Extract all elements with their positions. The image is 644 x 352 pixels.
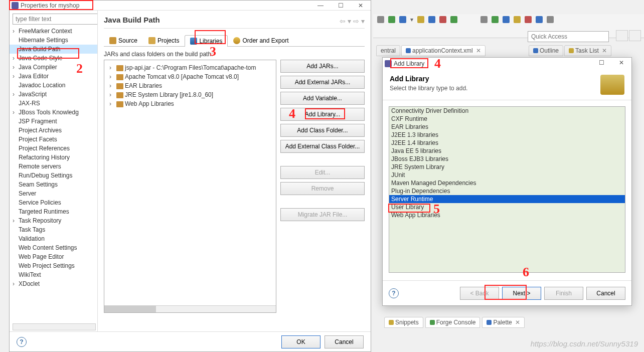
maximize-button[interactable]: ☐ (331, 1, 351, 11)
category-item[interactable]: Service Policies (10, 198, 97, 207)
library-type-item[interactable]: JUnit (389, 171, 625, 179)
wizard-subtitle: Select the library type to add. (390, 85, 467, 92)
library-type-item[interactable]: JBoss EJB3 Libraries (389, 155, 625, 163)
jar-list[interactable]: jsp-api.jar - C:\Program Files\Tomcat\ap… (104, 60, 276, 313)
category-item[interactable]: Refactoring History (10, 153, 97, 162)
jar-entry[interactable]: EAR Libraries (107, 81, 273, 90)
category-item[interactable]: Web Content Settings (10, 243, 97, 252)
edit-button[interactable]: Edit... (280, 166, 365, 179)
category-item[interactable]: Hibernate Settings (10, 36, 97, 45)
back-button[interactable]: < Back (460, 287, 499, 300)
view-outline[interactable]: Outline (529, 45, 563, 56)
filter-input[interactable] (13, 14, 98, 25)
category-item[interactable]: Remote servers (10, 162, 97, 171)
category-item[interactable]: Task Tags (10, 225, 97, 234)
tab-libraries[interactable]: Libraries (185, 35, 228, 47)
horizontal-scrollbar[interactable] (104, 305, 276, 312)
category-item[interactable]: Javadoc Location (10, 81, 97, 90)
add-library-button[interactable]: Add Library... (280, 108, 365, 121)
minimize-button[interactable]: — (310, 1, 331, 11)
category-item[interactable]: Java Compiler (10, 63, 97, 72)
tab-source[interactable]: Source (104, 35, 143, 46)
tab-snippets[interactable]: Snippets (384, 317, 423, 328)
library-type-list[interactable]: Connectivity Driver DefinitionCXF Runtim… (389, 106, 625, 273)
library-type-item[interactable]: Web App Libraries (389, 211, 625, 219)
library-type-item[interactable]: Java EE 5 libraries (389, 147, 625, 155)
finish-button[interactable]: Finish (544, 287, 583, 300)
dialog-titlebar[interactable]: Add Library ☐ ✕ (383, 58, 631, 70)
next-button[interactable]: Next > (502, 287, 541, 300)
help-button[interactable]: ? (389, 288, 399, 298)
migrate-jar-button[interactable]: Migrate JAR File... (280, 208, 365, 221)
library-type-item[interactable]: J2EE 1.4 libraries (389, 139, 625, 147)
category-item[interactable]: Java Editor (10, 72, 97, 81)
library-type-item[interactable]: CXF Runtime (389, 115, 625, 123)
category-item[interactable]: Seam Settings (10, 180, 97, 189)
add-external-class-folder-button[interactable]: Add External Class Folder... (280, 140, 365, 153)
category-item[interactable]: Targeted Runtimes (10, 207, 97, 216)
category-item[interactable]: Task Repository (10, 216, 97, 225)
category-item[interactable]: Project Facets (10, 135, 97, 144)
close-icon[interactable]: ✕ (476, 47, 481, 54)
quick-access-input[interactable] (528, 31, 609, 42)
category-item[interactable]: Project References (10, 144, 97, 153)
tab-projects[interactable]: Projects (143, 35, 185, 46)
library-type-item[interactable]: Plug-in Dependencies (389, 187, 625, 195)
maximize-button[interactable]: ☐ (591, 58, 611, 68)
category-item[interactable]: JBoss Tools Knowledg (10, 108, 97, 117)
add-jars-button[interactable]: Add JARs... (280, 60, 365, 73)
jar-entry[interactable]: Web App Libraries (107, 99, 273, 108)
dialog-titlebar[interactable]: Properties for myshop — ☐ ✕ (10, 1, 371, 11)
jar-icon (116, 83, 123, 89)
category-item[interactable]: JSP Fragment (10, 117, 97, 126)
tab-order-export[interactable]: Order and Export (228, 35, 294, 46)
horizontal-scrollbar[interactable] (13, 323, 96, 330)
jar-entry[interactable]: Apache Tomcat v8.0 [Apache Tomcat v8.0] (107, 72, 273, 81)
category-item[interactable]: Java Code Style (10, 54, 97, 63)
library-type-item[interactable]: JRE System Library (389, 163, 625, 171)
page-title: Java Build Path (104, 16, 160, 24)
category-item[interactable]: WikiText (10, 270, 97, 279)
cancel-button[interactable]: Cancel (325, 335, 364, 348)
category-item[interactable]: Java Build Path (10, 45, 97, 54)
library-type-item[interactable]: EAR Libraries (389, 123, 625, 131)
category-item[interactable]: JAX-RS (10, 99, 97, 108)
library-type-item[interactable]: Maven Managed Dependencies (389, 179, 625, 187)
category-item[interactable]: FreeMarker Context (10, 27, 97, 36)
add-class-folder-button[interactable]: Add Class Folder... (280, 124, 365, 137)
library-type-item[interactable]: Connectivity Driver Definition (389, 107, 625, 115)
view-tasklist[interactable]: Task List✕ (564, 45, 611, 56)
library-type-item[interactable]: User Library (389, 203, 625, 211)
close-button[interactable]: ✕ (611, 58, 631, 68)
close-icon[interactable]: ✕ (602, 47, 607, 54)
library-type-item[interactable]: J2EE 1.3 libraries (389, 131, 625, 139)
tab-palette[interactable]: Palette✕ (482, 317, 524, 328)
category-item[interactable]: XDoclet (10, 279, 97, 288)
help-button[interactable]: ? (17, 337, 27, 347)
ok-button[interactable]: OK (281, 335, 320, 348)
cancel-button[interactable]: Cancel (586, 287, 625, 300)
build-path-tabs: Source Projects Libraries Order and Expo… (104, 35, 365, 47)
category-item[interactable]: Server (10, 189, 97, 198)
close-icon[interactable]: ✕ (515, 319, 520, 326)
jar-entry[interactable]: JRE System Library [jre1.8.0_60] (107, 90, 273, 99)
category-item[interactable]: JavaScript (10, 90, 97, 99)
category-item[interactable]: Run/Debug Settings (10, 171, 97, 180)
nav-history[interactable]: ⇦ ▾ ⇨ ▾ (340, 17, 365, 25)
dialog-title: Properties for myshop (21, 2, 79, 9)
remove-button[interactable]: Remove (280, 182, 365, 195)
perspective-switcher[interactable] (616, 30, 641, 41)
jar-entry[interactable]: jsp-api.jar - C:\Program Files\Tomcat\ap… (107, 63, 273, 72)
add-variable-button[interactable]: Add Variable... (280, 92, 365, 105)
category-item[interactable]: Web Project Settings (10, 261, 97, 270)
close-button[interactable]: ✕ (351, 1, 371, 11)
editor-tab-appcontext[interactable]: applicationContext.xml✕ (401, 45, 486, 56)
editor-tab-central[interactable]: entral (376, 45, 400, 56)
library-type-item[interactable]: Server Runtime (389, 195, 625, 203)
category-item[interactable]: Project Archives (10, 126, 97, 135)
add-external-jars-button[interactable]: Add External JARs... (280, 76, 365, 89)
category-tree[interactable]: FreeMarker ContextHibernate SettingsJava… (10, 11, 98, 331)
category-item[interactable]: Web Page Editor (10, 252, 97, 261)
tab-forge-console[interactable]: Forge Console (425, 317, 480, 328)
category-item[interactable]: Validation (10, 234, 97, 243)
